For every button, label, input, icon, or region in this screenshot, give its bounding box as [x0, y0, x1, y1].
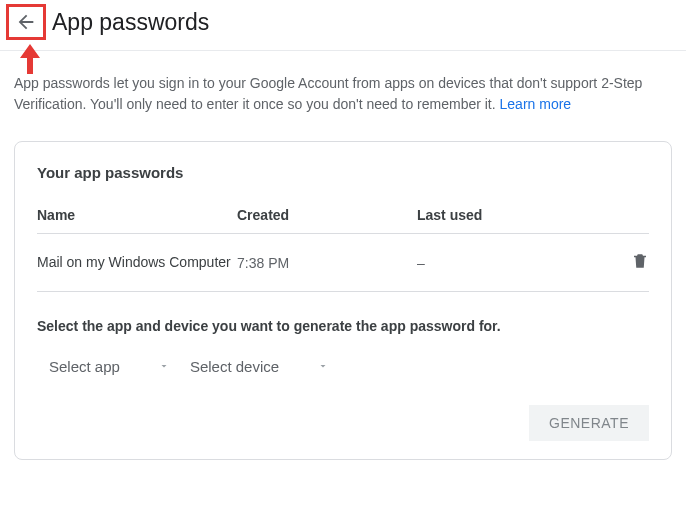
row-created: 7:38 PM: [237, 255, 417, 271]
select-device-dropdown[interactable]: Select device: [190, 354, 329, 379]
chevron-down-icon: [317, 358, 329, 375]
col-header-name: Name: [37, 207, 237, 223]
annotation-arrow-icon: [18, 44, 42, 74]
learn-more-link[interactable]: Learn more: [500, 96, 572, 112]
generate-button[interactable]: GENERATE: [529, 405, 649, 441]
chevron-down-icon: [158, 358, 170, 375]
select-app-dropdown[interactable]: Select app: [49, 354, 170, 379]
table-row: Mail on my Windows Computer 7:38 PM –: [37, 234, 649, 292]
row-lastused: –: [417, 255, 609, 271]
selects-row: Select app Select device: [37, 354, 649, 379]
page-header: App passwords: [0, 0, 686, 51]
row-action: [609, 252, 649, 273]
row-name: Mail on my Windows Computer: [37, 253, 237, 273]
select-label: Select the app and device you want to ge…: [37, 318, 649, 334]
page-title: App passwords: [52, 9, 209, 36]
select-device-text: Select device: [190, 358, 279, 375]
app-passwords-card: Your app passwords Name Created Last use…: [14, 141, 672, 460]
description: App passwords let you sign in to your Go…: [0, 51, 686, 123]
table-header: Name Created Last used: [37, 207, 649, 234]
card-title: Your app passwords: [37, 164, 649, 181]
col-header-lastused: Last used: [417, 207, 609, 223]
trash-icon[interactable]: [631, 252, 649, 273]
arrow-left-icon[interactable]: [15, 11, 37, 33]
col-header-created: Created: [237, 207, 417, 223]
select-app-text: Select app: [49, 358, 120, 375]
card-footer: GENERATE: [37, 405, 649, 441]
back-button-highlight: [6, 4, 46, 40]
